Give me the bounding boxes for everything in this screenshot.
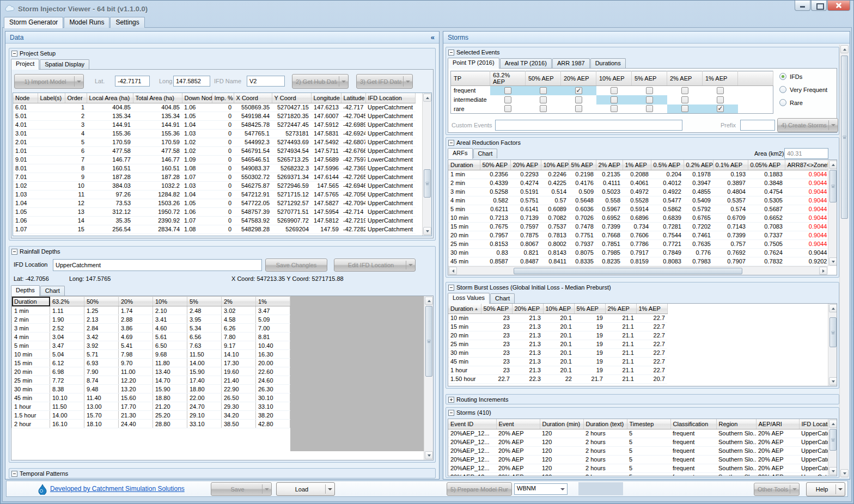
table-cell[interactable]: 0.734 bbox=[623, 222, 651, 231]
column-header[interactable]: Local Area (ha) bbox=[87, 93, 133, 103]
table-cell[interactable]: 0.9044 bbox=[785, 205, 829, 213]
table-cell[interactable]: UpperCatchment bbox=[365, 181, 416, 190]
table-cell[interactable]: 5269907.72 bbox=[272, 216, 311, 225]
event-checkbox[interactable] bbox=[504, 105, 511, 112]
table-cell[interactable]: 135.34 bbox=[133, 112, 182, 120]
table-cell[interactable]: -42.6807 bbox=[341, 138, 365, 146]
table-cell[interactable]: 21.3 bbox=[512, 314, 543, 322]
scrollbar-thumb[interactable] bbox=[829, 170, 837, 202]
table-cell[interactable]: 0.5409 bbox=[684, 196, 713, 205]
table-cell[interactable]: 20% AEP bbox=[756, 464, 799, 472]
table-cell[interactable]: 548757.39 bbox=[234, 207, 272, 216]
table-cell[interactable]: 20.1 bbox=[543, 357, 574, 366]
table-cell[interactable]: Southern Slo... bbox=[716, 438, 756, 446]
table-cell[interactable]: 0.7597 bbox=[510, 222, 541, 231]
column-header[interactable]: 5% bbox=[187, 297, 222, 306]
table-cell[interactable]: 4 min bbox=[448, 196, 480, 205]
table-cell[interactable]: 14 bbox=[65, 216, 87, 225]
table-cell[interactable]: 8 bbox=[65, 164, 87, 173]
table-cell[interactable]: 2 hour bbox=[12, 420, 50, 428]
collapse-icon[interactable] bbox=[448, 410, 454, 416]
column-header[interactable]: 50% AEP bbox=[481, 304, 512, 314]
table-cell[interactable]: Southern Slo... bbox=[716, 455, 756, 464]
table-cell[interactable]: 10.10 bbox=[50, 394, 84, 402]
table-cell[interactable]: 20%AEP_12... bbox=[448, 472, 496, 476]
table-cell[interactable]: 19 bbox=[574, 331, 605, 340]
other-tools-button[interactable]: Other Tools bbox=[754, 483, 800, 496]
table-cell[interactable]: 14.00 bbox=[187, 359, 222, 367]
table-cell[interactable]: 11.00 bbox=[119, 367, 153, 376]
table-cell[interactable]: 404.85 bbox=[133, 103, 182, 112]
column-header[interactable]: 50% bbox=[84, 297, 119, 306]
table-cell[interactable]: 0.6141 bbox=[510, 205, 541, 213]
table-cell[interactable]: 21.3 bbox=[512, 340, 543, 348]
table-cell[interactable]: 1.09 bbox=[182, 233, 212, 236]
table-cell[interactable]: 29.10 bbox=[187, 411, 222, 420]
table-cell[interactable]: 547722.05 bbox=[234, 199, 272, 207]
table-cell[interactable]: 17.30 bbox=[222, 359, 256, 367]
table-cell[interactable]: 20%AEP_12... bbox=[448, 429, 496, 438]
node-table-scrollbar[interactable] bbox=[422, 93, 431, 236]
column-header[interactable]: 10% AEP bbox=[543, 304, 574, 314]
table-cell[interactable]: 0.7635 bbox=[684, 239, 713, 248]
table-cell[interactable]: 21.1 bbox=[605, 314, 636, 322]
table-cell[interactable]: -42.7094 bbox=[341, 199, 365, 207]
table-cell[interactable]: 22.7 bbox=[636, 322, 667, 331]
table-cell[interactable]: 42.80 bbox=[256, 420, 290, 428]
column-header[interactable]: 0.5% AEP bbox=[651, 160, 684, 170]
column-header[interactable]: Latitude bbox=[341, 93, 365, 103]
table-cell[interactable]: 0.582 bbox=[480, 196, 510, 205]
table-cell[interactable]: 20.1 bbox=[543, 348, 574, 357]
table-cell[interactable]: 25 min bbox=[448, 239, 480, 248]
table-cell[interactable]: 0.2198 bbox=[569, 170, 596, 179]
table-cell[interactable]: 1.11 bbox=[50, 306, 84, 315]
collapse-icon[interactable] bbox=[448, 285, 454, 291]
scroll-up-icon[interactable] bbox=[423, 94, 431, 102]
table-cell[interactable]: 0.7624 bbox=[748, 248, 785, 257]
scroll-down-icon[interactable] bbox=[829, 377, 837, 385]
table-cell[interactable]: 20%AEP_12... bbox=[448, 446, 496, 455]
table-cell[interactable]: 147.5831 bbox=[311, 129, 341, 138]
table-cell[interactable]: 1.01 bbox=[13, 146, 38, 155]
import-model-button[interactable]: 1) Import Model bbox=[14, 74, 84, 89]
long-input[interactable] bbox=[173, 76, 210, 87]
table-cell[interactable]: 1.05 bbox=[182, 199, 212, 207]
table-cell[interactable]: 0.7281 bbox=[651, 222, 684, 231]
table-cell[interactable] bbox=[38, 199, 65, 207]
scrollbar-thumb[interactable] bbox=[841, 56, 848, 219]
table-cell[interactable]: 20% AEP bbox=[756, 438, 799, 446]
event-checkbox[interactable] bbox=[540, 87, 547, 94]
table-cell[interactable]: 4.69 bbox=[119, 333, 153, 341]
scrollbar-thumb[interactable] bbox=[425, 306, 432, 377]
table-cell[interactable]: 5270427.15 bbox=[272, 103, 311, 112]
table-cell[interactable]: 3.95 bbox=[187, 315, 222, 324]
column-header[interactable]: AEP/ARI bbox=[756, 419, 799, 429]
table-cell[interactable]: 5 bbox=[627, 438, 670, 446]
table-cell[interactable]: 0.7082 bbox=[541, 213, 569, 222]
table-cell[interactable]: 2 hours bbox=[583, 464, 627, 472]
table-cell[interactable]: 147.5765 bbox=[311, 190, 341, 199]
table-cell[interactable]: 0.7692 bbox=[713, 248, 748, 257]
table-cell[interactable]: 549198.44 bbox=[234, 112, 272, 120]
table-cell[interactable]: 20% AEP bbox=[496, 472, 540, 476]
table-cell[interactable]: 0.6709 bbox=[713, 213, 748, 222]
table-cell[interactable]: 19 bbox=[574, 340, 605, 348]
create-storms-button[interactable]: 4) Create Storms bbox=[777, 118, 838, 132]
table-cell[interactable]: 2.10 bbox=[153, 306, 187, 315]
table-cell[interactable]: 1.03 bbox=[182, 129, 212, 138]
column-header[interactable]: 1% bbox=[256, 297, 290, 306]
minimize-button[interactable] bbox=[795, 1, 810, 11]
table-cell[interactable]: 5 bbox=[627, 464, 670, 472]
table-cell[interactable]: Southern Slo... bbox=[716, 464, 756, 472]
table-cell[interactable]: 0.7537 bbox=[541, 222, 569, 231]
table-cell[interactable]: 1.08 bbox=[13, 233, 38, 236]
column-header[interactable]: 0.1% AEP bbox=[713, 160, 748, 170]
table-cell[interactable] bbox=[38, 138, 65, 146]
table-cell[interactable]: 155.36 bbox=[133, 129, 182, 138]
table-cell[interactable]: 0 bbox=[212, 216, 234, 225]
credit-link[interactable]: Developed by Catchment Simulation Soluti… bbox=[50, 485, 185, 493]
column-header[interactable]: 5% AEP bbox=[569, 160, 596, 170]
table-cell[interactable]: 30 min bbox=[448, 248, 480, 257]
table-cell[interactable]: Southern Slo... bbox=[716, 429, 756, 438]
tab-spatial-display[interactable]: Spatial Display bbox=[40, 59, 89, 69]
